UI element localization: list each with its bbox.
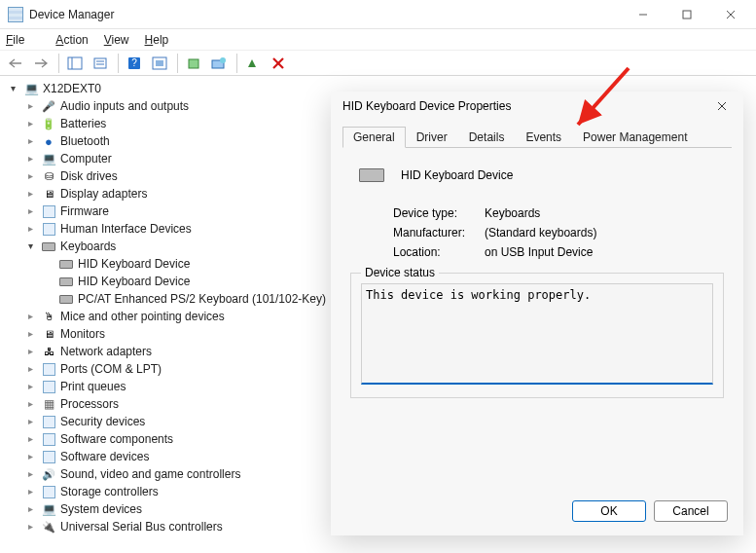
- expander-icon[interactable]: [23, 117, 37, 130]
- properties-button[interactable]: [89, 53, 112, 74]
- svg-point-15: [220, 57, 226, 63]
- toolbar: ?: [0, 51, 756, 76]
- bat-icon: [41, 116, 56, 131]
- tree-item-label: Display adapters: [60, 185, 147, 203]
- toolbar-icon-1[interactable]: [148, 53, 171, 74]
- generic-icon: [41, 361, 56, 377]
- svg-rect-4: [68, 57, 82, 69]
- device-type-value: Keyboards: [485, 206, 540, 220]
- pc-icon: [23, 81, 39, 96]
- tree-item-label: Processors: [60, 395, 119, 413]
- tree-item-label: Audio inputs and outputs: [60, 97, 189, 115]
- tab-general[interactable]: General: [342, 127, 406, 148]
- tree-item-label: PC/AT Enhanced PS/2 Keyboard (101/102-Ke…: [78, 290, 326, 308]
- forward-button[interactable]: [29, 53, 53, 74]
- expander-icon[interactable]: [23, 520, 37, 534]
- expander-icon[interactable]: [23, 152, 37, 166]
- tree-item-label: Human Interface Devices: [60, 220, 192, 238]
- uninstall-device-button[interactable]: [267, 53, 290, 74]
- minimize-button[interactable]: [621, 0, 665, 29]
- expander-icon[interactable]: [23, 485, 37, 498]
- window-title: Device Manager: [29, 8, 114, 21]
- tree-item-label: Network adapters: [60, 343, 152, 360]
- dialog-close-button[interactable]: [706, 92, 738, 120]
- expander-icon[interactable]: [23, 99, 37, 113]
- tree-item-label: Security devices: [60, 413, 145, 430]
- expander-icon[interactable]: [23, 467, 37, 481]
- device-name: HID Keyboard Device: [401, 168, 513, 182]
- tree-item-label: Universal Serial Bus controllers: [60, 518, 223, 535]
- menu-file[interactable]: File: [6, 33, 40, 47]
- app-icon: [8, 7, 23, 22]
- tree-item-label: System devices: [60, 500, 142, 518]
- menu-action[interactable]: Action: [55, 33, 88, 47]
- location-label: Location:: [393, 245, 485, 259]
- tab-power-management[interactable]: Power Management: [572, 127, 698, 147]
- generic-icon: [41, 221, 56, 237]
- kbd-icon: [58, 291, 74, 307]
- show-hide-tree-button[interactable]: [63, 53, 87, 74]
- dialog-title: HID Keyboard Device Properties: [342, 99, 511, 113]
- audio-icon: [41, 98, 56, 114]
- expander-icon[interactable]: [23, 204, 37, 218]
- tree-item-label: Batteries: [60, 115, 106, 132]
- expander-icon[interactable]: [23, 169, 37, 183]
- menu-view[interactable]: View: [104, 33, 129, 47]
- tree-item-label: Monitors: [60, 325, 105, 343]
- generic-icon: [41, 431, 56, 447]
- back-button[interactable]: [4, 53, 27, 74]
- mon-icon: [41, 326, 56, 342]
- kbd-icon: [58, 274, 74, 289]
- scan-hardware-button[interactable]: [207, 53, 231, 74]
- expander-icon[interactable]: [23, 380, 37, 393]
- expander-icon[interactable]: [23, 134, 37, 148]
- close-button[interactable]: [708, 0, 752, 29]
- svg-rect-12: [156, 60, 163, 66]
- expander-icon[interactable]: [23, 187, 37, 201]
- expander-icon[interactable]: [23, 222, 37, 236]
- enable-device-button[interactable]: [241, 53, 265, 74]
- cancel-button[interactable]: Cancel: [654, 500, 728, 522]
- expander-icon[interactable]: [23, 432, 37, 446]
- expander-icon[interactable]: [23, 362, 37, 376]
- device-type-label: Device type:: [393, 206, 485, 220]
- update-driver-button[interactable]: [182, 53, 205, 74]
- menubar: File Action View Help: [0, 29, 756, 51]
- tree-item-label: HID Keyboard Device: [78, 273, 190, 290]
- tree-item-label: Mice and other pointing devices: [60, 308, 225, 325]
- expander-icon[interactable]: [23, 240, 37, 253]
- tab-driver[interactable]: Driver: [406, 127, 458, 147]
- device-icon: [356, 160, 387, 191]
- mouse-icon: [41, 309, 56, 324]
- tab-events[interactable]: Events: [515, 127, 572, 147]
- manufacturer-label: Manufacturer:: [393, 226, 485, 240]
- expander-icon[interactable]: [23, 415, 37, 428]
- help-button[interactable]: ?: [123, 53, 146, 74]
- expander-icon[interactable]: [23, 502, 37, 516]
- pc-icon: [41, 151, 56, 166]
- svg-rect-13: [189, 59, 198, 68]
- expander-icon[interactable]: [23, 450, 37, 463]
- tree-item-label: Firmware: [60, 203, 109, 220]
- tree-item-label: Print queues: [60, 378, 126, 395]
- pc-icon: [41, 501, 56, 517]
- tab-details[interactable]: Details: [458, 127, 516, 147]
- tree-item-label: Software components: [60, 430, 173, 448]
- device-status-legend: Device status: [361, 266, 439, 279]
- tab-strip: GeneralDriverDetailsEventsPower Manageme…: [342, 125, 732, 148]
- generic-icon: [41, 379, 56, 394]
- generic-icon: [41, 203, 56, 219]
- maximize-button[interactable]: [665, 0, 708, 29]
- kbd-icon: [58, 256, 74, 272]
- expander-icon[interactable]: [23, 327, 37, 341]
- expander-icon[interactable]: [23, 310, 37, 323]
- expander-icon[interactable]: [6, 82, 19, 95]
- ok-button[interactable]: OK: [572, 500, 646, 522]
- menu-help[interactable]: Help: [145, 33, 169, 47]
- tree-item-label: Keyboards: [60, 238, 116, 255]
- tree-item-label: X12DEXT0: [43, 80, 101, 97]
- device-status-text[interactable]: [361, 283, 713, 385]
- properties-dialog: HID Keyboard Device Properties GeneralDr…: [331, 92, 743, 535]
- expander-icon[interactable]: [23, 345, 37, 358]
- expander-icon[interactable]: [23, 397, 37, 411]
